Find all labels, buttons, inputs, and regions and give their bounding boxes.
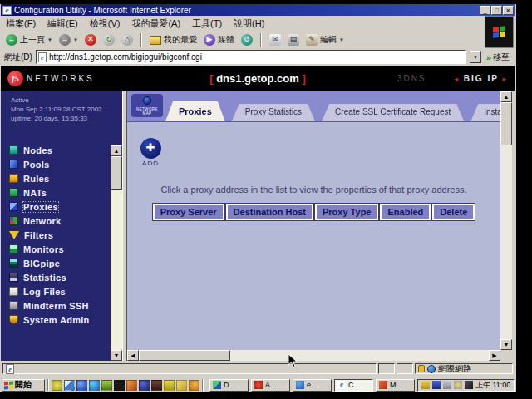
mouse-cursor — [288, 353, 298, 368]
sidebar-scrollbar[interactable]: ▲ ▼ — [111, 145, 122, 361]
print-button[interactable]: ▤ — [286, 33, 301, 47]
sidebar-item-pools[interactable]: Pools — [9, 157, 122, 171]
window-titlebar: e Configuration Utility - Microsoft Inte… — [1, 4, 515, 16]
add-label: ADD — [138, 160, 163, 167]
sidebar-item-rules[interactable]: Rules — [9, 171, 122, 185]
task-button[interactable]: e... — [293, 379, 332, 392]
quicklaunch-icon[interactable] — [114, 380, 125, 391]
quicklaunch-icon[interactable] — [139, 380, 150, 391]
favorites-button[interactable]: 我的最愛 — [148, 33, 199, 47]
quick-launch-bar — [52, 380, 200, 391]
quicklaunch-icon[interactable] — [76, 380, 87, 391]
sidebar-item-nodes[interactable]: Nodes — [9, 143, 122, 157]
menu-favorites[interactable]: 我的最愛(A) — [131, 17, 180, 30]
content-vertical-scrollbar[interactable]: ▲ ▼ — [500, 91, 512, 350]
menu-edit[interactable]: 編輯(E) — [47, 17, 78, 30]
address-dropdown-button[interactable]: ▼ — [470, 51, 481, 63]
scroll-up-icon[interactable]: ▲ — [111, 145, 122, 156]
sidebar-item-filters[interactable]: Filters — [9, 228, 122, 242]
start-label: 開始 — [15, 379, 32, 391]
menu-file[interactable]: 檔案(F) — [6, 17, 36, 30]
menu-help[interactable]: 說明(H) — [234, 17, 264, 30]
bigip-label: BIG IP — [464, 74, 499, 83]
quicklaunch-icon[interactable] — [189, 380, 200, 391]
mindterm-ssh-icon — [9, 301, 18, 310]
home-icon: ⌂ — [121, 34, 133, 46]
quicklaunch-icon[interactable] — [101, 380, 112, 391]
stop-button[interactable]: ✕ — [83, 33, 98, 47]
quicklaunch-icon[interactable] — [52, 380, 62, 391]
quicklaunch-icon[interactable] — [176, 380, 187, 391]
sidebar-item-monitors[interactable]: Monitors — [9, 242, 122, 256]
scroll-down-icon[interactable]: ▼ — [500, 339, 512, 350]
scroll-down-icon[interactable]: ▼ — [111, 350, 122, 361]
media-icon: ▶ — [204, 34, 215, 46]
close-button[interactable]: ✕ — [503, 6, 514, 15]
add-icon: ✚ — [140, 138, 161, 159]
tray-icon[interactable] — [454, 381, 462, 389]
start-button[interactable]: 開始 — [2, 379, 45, 392]
menu-tools[interactable]: 工具(T) — [192, 17, 222, 30]
go-button[interactable]: » 移至 — [485, 52, 511, 63]
back-icon: ← — [6, 34, 17, 46]
mail-button[interactable]: ✉ — [268, 33, 283, 47]
history-button[interactable]: ↺ — [239, 33, 254, 47]
go-icon: » — [486, 52, 491, 62]
zone-label: 網際網路 — [438, 363, 471, 375]
quicklaunch-icon[interactable] — [64, 380, 75, 391]
tray-icon[interactable] — [432, 381, 441, 389]
quicklaunch-icon[interactable] — [164, 380, 175, 391]
task-button[interactable]: M... — [376, 379, 415, 392]
sidebar-item-nats[interactable]: NATs — [9, 185, 122, 200]
network-map-button[interactable]: NETWORK MAP — [131, 94, 163, 117]
sidebar-item-system-admin[interactable]: System Admin — [9, 313, 122, 327]
monitors-icon — [9, 244, 18, 254]
sidebar-item-mindterm-ssh[interactable]: Mindterm SSH — [9, 298, 122, 313]
add-proxy-button[interactable]: ✚ ADD — [138, 138, 163, 167]
forward-button[interactable]: → ▼ — [57, 33, 80, 47]
bracket-right: ] — [302, 72, 305, 85]
tab-proxies[interactable]: Proxies — [165, 101, 225, 121]
sidebar-item-network[interactable]: Network — [9, 214, 122, 228]
address-input[interactable]: e http://dns1.getop.com/bigipgui/bigconf… — [36, 50, 466, 64]
task-button-label: M... — [390, 381, 402, 389]
tab-proxy-statistics[interactable]: Proxy Statistics — [232, 104, 315, 121]
scrollbar-thumb[interactable] — [111, 156, 122, 190]
tray-icon[interactable] — [443, 381, 451, 389]
scrollbar-thumb[interactable] — [500, 102, 512, 145]
scroll-right-icon[interactable]: ▶ — [489, 350, 500, 361]
quicklaunch-icon[interactable] — [151, 380, 162, 391]
media-button[interactable]: ▶ 媒體 — [202, 33, 236, 47]
windows-flag-icon — [493, 26, 505, 38]
back-dropdown-icon: ▼ — [47, 37, 52, 42]
scroll-left-icon[interactable]: ◀ — [127, 350, 139, 361]
sidebar-item-statistics[interactable]: Statistics — [9, 270, 122, 284]
task-button[interactable]: D... — [209, 379, 249, 392]
status-bar: e 網際網路 — [1, 362, 515, 376]
refresh-button[interactable]: ↻ — [101, 33, 116, 47]
system-status: Active — [11, 96, 122, 105]
task-button[interactable]: A... — [251, 379, 290, 392]
task-button-active[interactable]: eC... — [334, 379, 373, 392]
minimize-button[interactable]: _ — [480, 6, 490, 15]
tab-create-ssl-certificate-request[interactable]: Create SSL Certificate Request — [322, 104, 464, 121]
quicklaunch-icon[interactable] — [89, 380, 100, 391]
sidebar-item-bigpipe[interactable]: BIGpipe — [9, 256, 122, 270]
app-icon — [379, 381, 387, 389]
pools-icon — [9, 160, 18, 169]
tray-icon[interactable] — [421, 381, 430, 389]
edit-button[interactable]: ✎ 編輯 ▼ — [304, 33, 346, 47]
quicklaunch-icon[interactable] — [126, 380, 137, 391]
sidebar-item-logfiles[interactable]: Log Files — [9, 284, 122, 298]
edit-dropdown-icon: ▼ — [339, 37, 344, 42]
content-horizontal-scrollbar[interactable]: ◀ ▶ — [127, 350, 500, 361]
back-button[interactable]: ← 上一頁 ▼ — [4, 33, 54, 47]
home-button[interactable]: ⌂ — [120, 33, 135, 47]
menu-view[interactable]: 檢視(V) — [90, 17, 121, 30]
tray-icon[interactable] — [465, 381, 473, 389]
sidebar-item-proxies[interactable]: Proxies — [9, 200, 122, 214]
scrollbar-thumb[interactable] — [139, 350, 230, 361]
maximize-button[interactable]: □ — [491, 6, 502, 15]
scroll-up-icon[interactable]: ▲ — [500, 91, 512, 102]
network-map-label: NETWORK MAP — [136, 107, 158, 116]
